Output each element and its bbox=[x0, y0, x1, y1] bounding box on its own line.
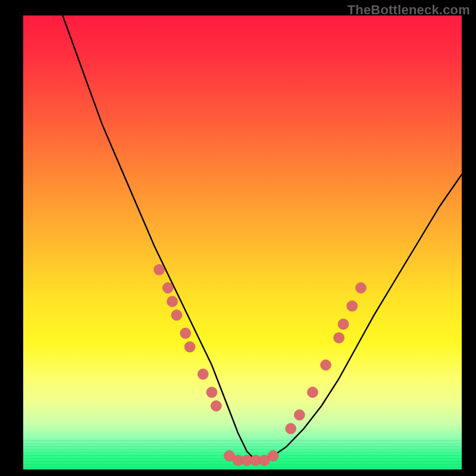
data-point bbox=[198, 369, 208, 380]
plot-area bbox=[23, 15, 462, 469]
data-point bbox=[167, 296, 178, 307]
data-point bbox=[206, 387, 217, 397]
data-point bbox=[307, 387, 318, 397]
curve-layer bbox=[23, 15, 462, 469]
data-point bbox=[184, 342, 195, 352]
data-point bbox=[268, 450, 278, 461]
chart-frame: TheBottleneck.com bbox=[0, 0, 476, 476]
data-point bbox=[154, 264, 165, 275]
data-point bbox=[294, 409, 305, 420]
data-point bbox=[347, 300, 358, 311]
data-point bbox=[338, 319, 349, 330]
data-point bbox=[162, 283, 173, 293]
data-point bbox=[180, 328, 191, 339]
data-point bbox=[211, 400, 221, 411]
watermark-text: TheBottleneck.com bbox=[347, 2, 470, 18]
data-point bbox=[286, 423, 296, 434]
data-points bbox=[154, 264, 367, 465]
data-point bbox=[334, 333, 345, 343]
data-point bbox=[321, 360, 331, 371]
data-point bbox=[356, 283, 367, 293]
bottleneck-curve bbox=[62, 15, 462, 461]
data-point bbox=[171, 310, 182, 321]
